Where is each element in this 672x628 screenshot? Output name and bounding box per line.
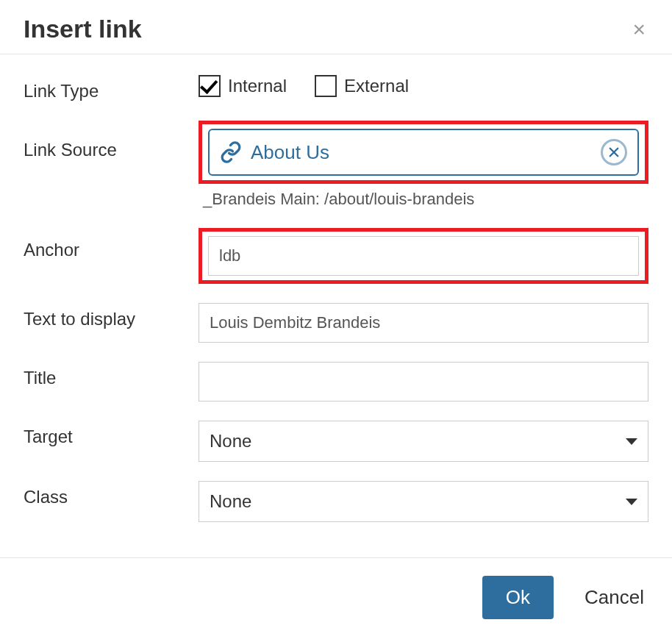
label-link-source: Link Source xyxy=(24,121,199,160)
title-control xyxy=(199,362,648,402)
link-source-value: About Us xyxy=(251,141,329,164)
cancel-button[interactable]: Cancel xyxy=(580,577,648,618)
link-source-control: About Us _Brandeis Main: /about/louis-br… xyxy=(199,121,648,209)
chevron-down-icon xyxy=(626,499,637,505)
link-source-left: About Us xyxy=(220,141,329,164)
clear-source-icon[interactable] xyxy=(601,139,627,165)
text-to-display-control xyxy=(199,303,648,343)
label-class: Class xyxy=(24,481,199,507)
dialog-footer: Ok Cancel xyxy=(0,557,672,628)
row-target: Target None xyxy=(24,421,648,462)
link-source-highlight: About Us xyxy=(199,121,648,184)
title-input[interactable] xyxy=(199,362,648,402)
dialog-title: Insert link xyxy=(24,15,142,43)
link-type-group: Internal External xyxy=(199,75,648,97)
insert-link-dialog: Insert link × Link Type Internal Externa… xyxy=(0,0,672,628)
link-source-path: _Brandeis Main: /about/louis-brandeis xyxy=(199,190,648,209)
checkbox-internal-label: Internal xyxy=(228,76,287,96)
target-select[interactable]: None xyxy=(199,421,648,462)
label-link-type: Link Type xyxy=(24,75,199,101)
anchor-control xyxy=(199,228,648,284)
checkbox-internal[interactable] xyxy=(199,75,221,97)
target-value: None xyxy=(210,431,251,452)
class-control: None xyxy=(199,481,648,522)
ok-button[interactable]: Ok xyxy=(482,576,554,619)
row-class: Class None xyxy=(24,481,648,522)
text-to-display-input[interactable] xyxy=(199,303,648,343)
row-anchor: Anchor xyxy=(24,228,648,284)
row-text-to-display: Text to display xyxy=(24,303,648,343)
close-icon[interactable]: × xyxy=(629,15,648,43)
row-title: Title xyxy=(24,362,648,402)
label-title: Title xyxy=(24,362,199,388)
row-link-type: Link Type Internal External xyxy=(24,75,648,101)
link-icon xyxy=(220,141,242,163)
chevron-down-icon xyxy=(626,438,637,445)
anchor-highlight xyxy=(199,228,648,284)
checkbox-external[interactable] xyxy=(315,75,337,97)
label-text-to-display: Text to display xyxy=(24,303,199,329)
dialog-header: Insert link × xyxy=(0,0,672,54)
class-select[interactable]: None xyxy=(199,481,648,522)
target-control: None xyxy=(199,421,648,462)
row-link-source: Link Source About Us xyxy=(24,121,648,209)
checkbox-external-label: External xyxy=(344,76,409,96)
dialog-body: Link Type Internal External Link Source xyxy=(0,54,672,557)
label-target: Target xyxy=(24,421,199,447)
class-value: None xyxy=(210,491,251,512)
anchor-input[interactable] xyxy=(208,236,639,276)
label-anchor: Anchor xyxy=(24,228,199,260)
link-source-chooser[interactable]: About Us xyxy=(208,129,639,176)
